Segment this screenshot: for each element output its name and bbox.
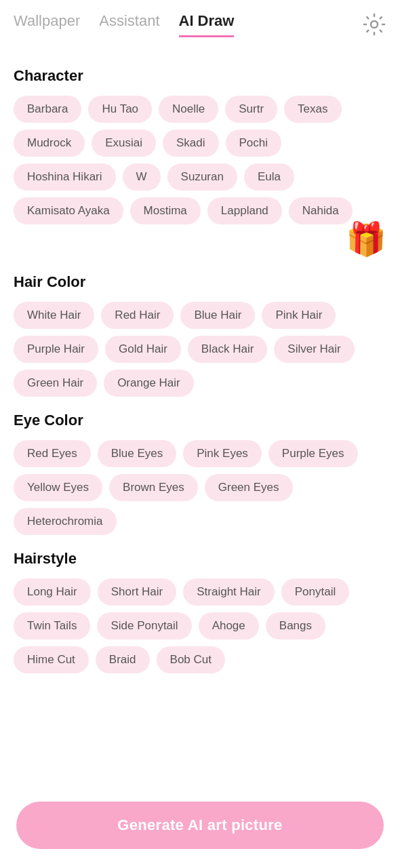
generate-button[interactable]: Generate AI art picture — [16, 802, 384, 849]
section-hairstyle: HairstyleLong HairShort HairStraight Hai… — [14, 550, 386, 673]
tag-orange-hair[interactable]: Orange Hair — [104, 370, 194, 397]
section-hair-color: Hair ColorWhite HairRed HairBlue HairPin… — [14, 273, 386, 397]
tag-pink-hair[interactable]: Pink Hair — [262, 302, 336, 329]
tag-black-hair[interactable]: Black Hair — [188, 336, 267, 363]
section-character: CharacterBarbaraHu TaoNoelleSurtrTexasMu… — [14, 67, 386, 258]
tag-noelle[interactable]: Noelle — [159, 96, 218, 123]
tag-white-hair[interactable]: White Hair — [14, 302, 94, 329]
section-title-hair-color: Hair Color — [14, 273, 386, 291]
tag-lappland[interactable]: Lappland — [207, 197, 282, 224]
tag-short-hair[interactable]: Short Hair — [98, 578, 177, 606]
tag-silver-hair[interactable]: Silver Hair — [274, 336, 354, 363]
tag-side-ponytail[interactable]: Side Ponytail — [97, 612, 191, 639]
generate-bar: Generate AI art picture — [0, 791, 400, 868]
tag-green-hair[interactable]: Green Hair — [14, 370, 97, 397]
section-title-eye-color: Eye Color — [14, 412, 386, 429]
tag-mostima[interactable]: Mostima — [130, 197, 201, 224]
svg-point-0 — [371, 21, 378, 28]
nav-item-wallpaper[interactable]: Wallpaper — [14, 12, 80, 37]
tag-pink-eyes[interactable]: Pink Eyes — [183, 440, 262, 467]
tag-hime-cut[interactable]: Hime Cut — [14, 646, 89, 673]
tag-nahida[interactable]: Nahida — [289, 197, 353, 224]
tag-gold-hair[interactable]: Gold Hair — [105, 336, 181, 363]
tag-kamisato-ayaka[interactable]: Kamisato Ayaka — [14, 197, 123, 224]
section-title-character: Character — [14, 67, 386, 85]
main-content: CharacterBarbaraHu TaoNoelleSurtrTexasMu… — [0, 37, 400, 757]
tag-blue-hair[interactable]: Blue Hair — [180, 302, 255, 329]
header: WallpaperAssistantAI Draw — [0, 0, 400, 37]
tag-bangs[interactable]: Bangs — [266, 612, 325, 639]
tag-mudrock[interactable]: Mudrock — [14, 130, 85, 157]
tag-surtr[interactable]: Surtr — [225, 96, 277, 123]
nav-item-assistant[interactable]: Assistant — [99, 12, 159, 37]
gift-icon[interactable]: 🎁 — [14, 220, 386, 258]
tag-skadi[interactable]: Skadi — [163, 130, 219, 157]
tag-pochi[interactable]: Pochi — [226, 130, 282, 157]
tag-purple-eyes[interactable]: Purple Eyes — [268, 440, 358, 467]
tag-red-eyes[interactable]: Red Eyes — [14, 440, 91, 467]
tag-braid[interactable]: Braid — [96, 646, 150, 673]
tag-exusiai[interactable]: Exusiai — [92, 130, 156, 157]
tags-container-hair-color: White HairRed HairBlue HairPink HairPurp… — [14, 302, 386, 397]
tag-suzuran[interactable]: Suzuran — [167, 163, 237, 191]
nav-item-ai-draw[interactable]: AI Draw — [179, 12, 235, 37]
tags-container-hairstyle: Long HairShort HairStraight HairPonytail… — [14, 578, 386, 673]
tag-red-hair[interactable]: Red Hair — [101, 302, 174, 329]
section-eye-color: Eye ColorRed EyesBlue EyesPink EyesPurpl… — [14, 412, 386, 535]
tag-eula[interactable]: Eula — [244, 163, 294, 191]
tag-blue-eyes[interactable]: Blue Eyes — [98, 440, 177, 467]
tag-ahoge[interactable]: Ahoge — [199, 612, 259, 639]
section-title-hairstyle: Hairstyle — [14, 550, 386, 568]
tag-hoshina-hikari[interactable]: Hoshina Hikari — [14, 163, 116, 191]
tag-twin-tails[interactable]: Twin Tails — [14, 612, 90, 639]
tag-green-eyes[interactable]: Green Eyes — [205, 474, 293, 501]
tag-straight-hair[interactable]: Straight Hair — [183, 578, 274, 606]
tag-hu-tao[interactable]: Hu Tao — [88, 96, 152, 123]
tag-texas[interactable]: Texas — [284, 96, 341, 123]
tag-yellow-eyes[interactable]: Yellow Eyes — [14, 474, 102, 501]
tag-bob-cut[interactable]: Bob Cut — [157, 646, 225, 673]
gear-icon[interactable] — [362, 12, 386, 37]
tags-container-eye-color: Red EyesBlue EyesPink EyesPurple EyesYel… — [14, 440, 386, 535]
tag-purple-hair[interactable]: Purple Hair — [14, 336, 98, 363]
tag-ponytail[interactable]: Ponytail — [281, 578, 349, 606]
tag-barbara[interactable]: Barbara — [14, 96, 81, 123]
tags-container-character: BarbaraHu TaoNoelleSurtrTexasMudrockExus… — [14, 96, 386, 224]
tag-heterochromia[interactable]: Heterochromia — [14, 508, 117, 535]
tag-long-hair[interactable]: Long Hair — [14, 578, 91, 606]
tag-w[interactable]: W — [123, 163, 161, 191]
tag-brown-eyes[interactable]: Brown Eyes — [109, 474, 198, 501]
